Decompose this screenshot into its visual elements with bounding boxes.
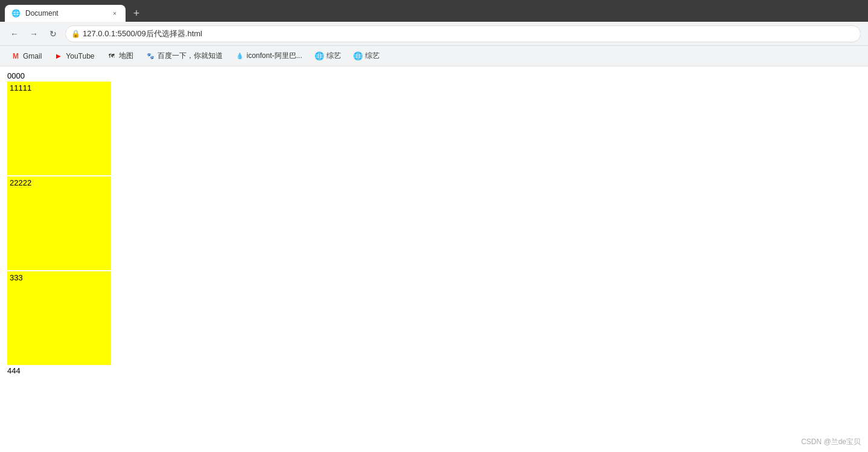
bookmark-iconfont[interactable]: 💧 iconfont-阿里巴... bbox=[230, 49, 307, 63]
section-1: 11111 bbox=[7, 82, 861, 175]
forward-button[interactable]: → bbox=[27, 27, 41, 41]
maps-label: 地图 bbox=[119, 51, 133, 61]
youtube-favicon: ▶ bbox=[54, 51, 63, 61]
box-2: 22222 bbox=[7, 176, 111, 270]
maps-favicon: 🗺 bbox=[107, 51, 116, 61]
section-4: 444 bbox=[7, 366, 861, 375]
zy2-label: 综艺 bbox=[365, 51, 380, 61]
iconfont-label: iconfont-阿里巴... bbox=[247, 51, 302, 61]
tab-title: Document bbox=[25, 9, 105, 18]
new-tab-button[interactable]: + bbox=[128, 5, 145, 22]
bookmark-gmail[interactable]: M Gmail bbox=[6, 50, 46, 63]
label-0: 0000 bbox=[7, 71, 861, 80]
baidu-favicon: 🐾 bbox=[145, 51, 155, 61]
baidu-label: 百度一下，你就知道 bbox=[158, 51, 223, 61]
tab-area: 🌐 Document × + bbox=[5, 0, 145, 22]
youtube-label: YouTube bbox=[66, 52, 94, 60]
back-button[interactable]: ← bbox=[7, 27, 22, 41]
bookmark-youtube[interactable]: ▶ YouTube bbox=[49, 50, 99, 63]
section-3: 333 bbox=[7, 271, 861, 365]
box-label-2: 22222 bbox=[10, 178, 31, 187]
zy1-label: 综艺 bbox=[327, 51, 341, 61]
zy2-favicon: 🌐 bbox=[353, 51, 363, 61]
box-1: 11111 bbox=[7, 82, 111, 175]
bookmarks-bar: M Gmail ▶ YouTube 🗺 地图 🐾 百度一下，你就知道 💧 ico… bbox=[0, 46, 868, 66]
zy1-favicon: 🌐 bbox=[314, 51, 324, 61]
page-content: 0000 11111 22222 333 444 bbox=[0, 66, 868, 417]
box-3: 333 bbox=[7, 271, 111, 365]
iconfont-favicon: 💧 bbox=[235, 51, 244, 61]
bookmark-maps[interactable]: 🗺 地图 bbox=[102, 49, 138, 63]
address-bar-wrapper: 🔒 127.0.0.1:5500/09后代选择器.html bbox=[65, 25, 861, 42]
bookmark-zy1[interactable]: 🌐 综艺 bbox=[310, 49, 346, 63]
bookmark-baidu[interactable]: 🐾 百度一下，你就知道 bbox=[141, 49, 228, 63]
bookmark-zy2[interactable]: 🌐 综艺 bbox=[348, 49, 385, 63]
address-bar-row: ← → ↻ 🔒 127.0.0.1:5500/09后代选择器.html bbox=[0, 22, 868, 46]
box-label-3: 333 bbox=[10, 273, 23, 282]
label-4: 444 bbox=[7, 366, 861, 375]
title-bar: 🌐 Document × + bbox=[0, 0, 868, 22]
tab-favicon: 🌐 bbox=[11, 8, 21, 18]
gmail-label: Gmail bbox=[23, 52, 42, 60]
gmail-favicon: M bbox=[11, 51, 21, 61]
reload-button[interactable]: ↻ bbox=[46, 27, 60, 41]
active-tab[interactable]: 🌐 Document × bbox=[5, 5, 126, 22]
box-label-1: 11111 bbox=[10, 83, 31, 92]
lock-icon: 🔒 bbox=[71, 30, 80, 38]
section-0: 0000 bbox=[7, 71, 861, 80]
tab-close-button[interactable]: × bbox=[110, 8, 120, 18]
url-bar[interactable]: 127.0.0.1:5500/09后代选择器.html bbox=[65, 25, 861, 42]
section-2: 22222 bbox=[7, 176, 861, 270]
